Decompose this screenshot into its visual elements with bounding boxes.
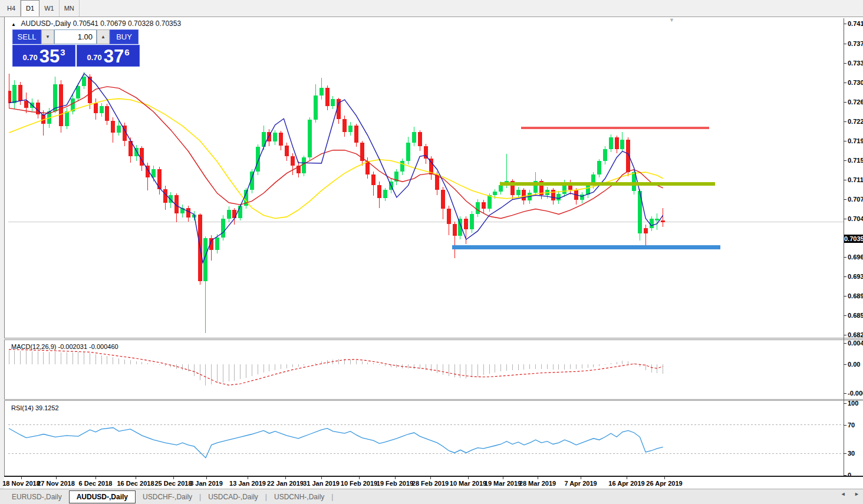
buy-button[interactable]: BUY: [110, 29, 139, 44]
collapse-arrow-icon[interactable]: ▲: [11, 22, 16, 27]
tab-timeframe-w1[interactable]: W1: [39, 0, 60, 17]
candle-body: [105, 106, 109, 121]
candle-body: [615, 137, 619, 149]
buy-price-box[interactable]: 0.70 37 6: [77, 45, 140, 67]
date-axis-label: 31 Jan 2019: [303, 480, 340, 487]
price-axis-tick: [844, 276, 846, 277]
candle-body: [302, 157, 306, 173]
price-axis-tick: [844, 121, 846, 122]
macd-axis-tick: [844, 393, 846, 394]
candle-body: [111, 121, 115, 133]
volume-input[interactable]: 1.00: [54, 29, 97, 44]
rsi-axis-tick: [844, 453, 846, 454]
candle-body: [53, 84, 57, 111]
symbol-tab-eurusd[interactable]: EURUSD-,Daily: [5, 491, 69, 503]
trendline-level-olive[interactable]: [500, 182, 715, 186]
tab-scroll-arrows: ◄ ►: [834, 491, 859, 497]
price-axis-label: 0.68200: [848, 331, 863, 338]
macd-chart-canvas[interactable]: [8, 340, 844, 399]
rsi-chart-canvas[interactable]: [8, 401, 844, 476]
price-axis-label: 0.68570: [848, 312, 863, 319]
date-axis-tick: [321, 477, 322, 479]
date-axis-label: 16 Dec 2018: [117, 480, 154, 487]
sell-button[interactable]: SELL: [12, 29, 41, 44]
rsi-indicator-label: RSI(14) 39.1252: [11, 404, 59, 411]
volume-increase-icon[interactable]: ▲: [97, 29, 110, 44]
date-axis-tick: [21, 477, 22, 479]
date-axis-tick: [627, 477, 627, 479]
date-axis-tick: [664, 477, 665, 479]
rsi-axis-tick: [844, 425, 846, 426]
volume-decrease-icon[interactable]: ▼: [41, 29, 54, 44]
candle-body: [655, 219, 659, 220]
price-axis-tick: [844, 296, 846, 297]
symbol-tab-usdcnh[interactable]: USDCNH-,Daily: [267, 491, 331, 503]
candle-body: [476, 202, 480, 214]
sell-price-box[interactable]: 0.70 35 3: [12, 45, 75, 67]
candle-body: [319, 88, 324, 95]
candle-body: [482, 202, 486, 209]
trendline-resistance-red[interactable]: [521, 127, 709, 129]
date-axis-tick: [359, 477, 360, 479]
candle-body: [65, 111, 69, 126]
macd-indicator-label: MACD(12,26,9) -0.002031 -0.000460: [11, 343, 118, 350]
candle-body: [522, 190, 526, 200]
symbol-tab-audusd[interactable]: AUDUSD-,Daily: [69, 490, 136, 503]
candle-body: [447, 209, 451, 225]
candle-body: [556, 194, 561, 201]
price-axis-tick: [844, 44, 846, 44]
date-axis-tick: [285, 477, 286, 479]
sell-price-point: 3: [60, 47, 65, 57]
date-axis-tick: [56, 477, 57, 479]
candle-body: [76, 86, 80, 98]
candle-body: [18, 85, 22, 101]
scroll-left-icon[interactable]: ◄: [841, 491, 846, 497]
candle-body: [464, 219, 468, 230]
macd-axis-label: 0.00: [848, 361, 860, 368]
symbol-tab-bar: EURUSD-,DailyAUDUSD-,DailyUSDCHF-,Daily|…: [0, 489, 863, 504]
price-axis-label: 0.73750: [848, 40, 863, 47]
date-axis-label: 25 Dec 2018: [155, 480, 192, 487]
candle-body: [493, 192, 497, 195]
candle-body: [267, 132, 271, 141]
candle-body: [215, 238, 219, 250]
date-axis-label: 27 Nov 2018: [37, 480, 75, 487]
price-axis-label: 0.73010: [848, 79, 863, 86]
candle-body: [597, 161, 601, 174]
price-axis-tick: [844, 315, 846, 316]
price-axis-label: 0.72270: [848, 118, 863, 125]
date-axis-label: 13 Jan 2019: [229, 480, 266, 487]
chart-symbol-period: AUDUSD-,Daily: [21, 19, 71, 28]
symbol-tab-usdchf[interactable]: USDCHF-,Daily: [136, 491, 199, 503]
symbol-tab-separator: |: [331, 493, 333, 501]
tab-timeframe-d1[interactable]: D1: [21, 0, 39, 17]
date-axis-label: 3 Jan 2019: [190, 480, 223, 487]
candle-body: [331, 99, 335, 106]
candle-body: [342, 119, 347, 132]
candle-body: [117, 126, 121, 133]
tab-timeframe-mn[interactable]: MN: [60, 0, 80, 17]
date-axis-tick: [248, 477, 248, 479]
candle-body: [348, 126, 353, 133]
price-axis-tick: [844, 102, 846, 103]
candle-body: [94, 103, 98, 114]
symbol-tab-usdcad[interactable]: USDCAD-,Daily: [201, 491, 265, 503]
rsi-axis-label: 70: [848, 421, 855, 429]
date-axis-tick: [503, 477, 503, 479]
candle-body: [406, 143, 410, 161]
scroll-right-icon[interactable]: ►: [854, 491, 859, 497]
tab-timeframe-h4[interactable]: H4: [2, 0, 21, 17]
date-axis-label: 7 Apr 2019: [564, 480, 597, 487]
buy-price-prefix: 0.70: [87, 53, 101, 62]
price-axis-label: 0.72640: [848, 98, 863, 106]
candle-body: [418, 132, 422, 146]
candle-body: [24, 101, 28, 108]
price-axis-label: 0.74130: [848, 20, 863, 27]
trendline-support-blue[interactable]: [452, 245, 720, 249]
macd-signal-line: [9, 350, 663, 386]
candle-body: [12, 85, 17, 103]
price-axis-label: 0.71900: [848, 137, 863, 144]
date-axis-tick: [581, 477, 581, 479]
chart-shift-marker-icon[interactable]: ▼: [669, 17, 674, 23]
date-axis-tick: [136, 477, 136, 479]
